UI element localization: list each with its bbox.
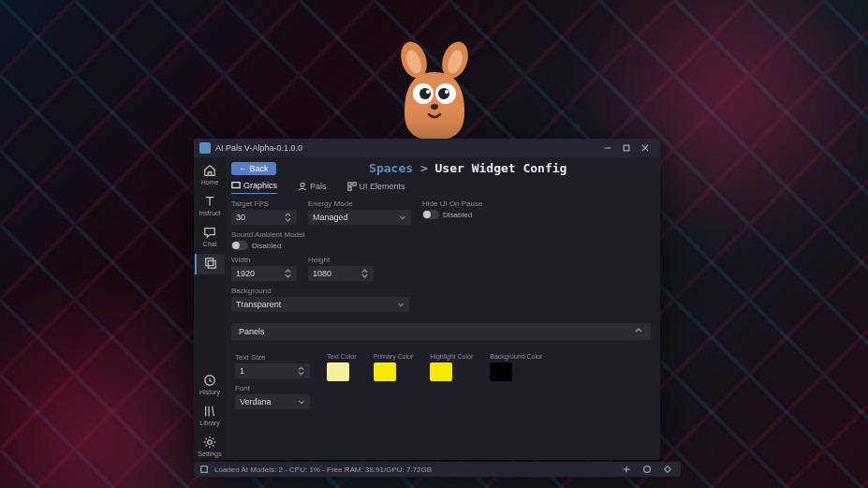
tab-graphics[interactable]: Graphics: [231, 181, 277, 194]
svg-rect-18: [347, 182, 350, 185]
height-input[interactable]: 1080: [308, 266, 374, 281]
status-action-1[interactable]: [619, 464, 634, 475]
hide-ui-label: Hide UI On Pause: [422, 200, 482, 208]
text-icon: [203, 195, 216, 208]
display-icon: [231, 181, 241, 190]
status-action-3[interactable]: [660, 464, 675, 475]
svg-point-8: [426, 90, 430, 94]
svg-point-6: [419, 88, 431, 99]
home-icon: [203, 164, 216, 177]
library-icon: [203, 405, 216, 418]
text-size-input[interactable]: 1: [235, 363, 310, 378]
status-text: Loaded AI Models: 2 - CPU: 1% - Free RAM…: [214, 466, 432, 474]
svg-rect-20: [347, 186, 350, 189]
titlebar: AI Pals V-Alpha-0.1.0.0: [194, 139, 660, 157]
primary-color-label: Primary Color: [374, 353, 414, 360]
pals-icon: [298, 182, 307, 191]
sidebar-item-instruct[interactable]: Instruct: [195, 192, 225, 219]
breadcrumb-current: User Widget Config: [435, 161, 567, 175]
main-panel: ← Back Spaces > User Widget Config Graph…: [226, 157, 660, 460]
background-color-swatch[interactable]: [490, 362, 512, 381]
sidebar-label: Settings: [198, 451, 221, 457]
svg-rect-13: [208, 260, 215, 268]
statusbar: Loaded AI Models: 2 - CPU: 1% - Free RAM…: [194, 462, 681, 477]
background-color-label: Background Color: [490, 353, 542, 360]
status-action-2[interactable]: [640, 464, 655, 475]
history-icon: [203, 374, 216, 387]
height-label: Height: [308, 256, 374, 264]
tabs: Graphics Pals UI Elements: [231, 181, 651, 194]
mascot-character: [388, 39, 481, 142]
sidebar-item-library[interactable]: Library: [195, 402, 225, 429]
energy-mode-select[interactable]: Managed: [308, 210, 411, 225]
sidebar-item-home[interactable]: Home: [195, 161, 225, 188]
window-title: AI Pals V-Alpha-0.1.0.0: [215, 143, 302, 153]
sidebar-item-settings[interactable]: Settings: [195, 433, 225, 460]
hide-ui-toggle[interactable]: [422, 210, 439, 219]
sidebar-label: History: [199, 389, 220, 395]
svg-rect-21: [201, 466, 208, 473]
svg-rect-11: [624, 145, 629, 151]
svg-point-22: [644, 466, 651, 473]
svg-point-15: [208, 440, 212, 444]
chevron-down-icon: [397, 301, 405, 308]
maximize-button[interactable]: [617, 140, 636, 155]
chevron-down-icon: [399, 214, 406, 221]
svg-point-17: [301, 183, 304, 186]
layers-icon: [204, 257, 217, 270]
panels-accordion-header[interactable]: Panels: [231, 323, 651, 340]
svg-point-9: [445, 90, 449, 94]
text-color-swatch[interactable]: [327, 362, 349, 381]
background-label: Background: [231, 287, 409, 295]
app-icon: [199, 142, 211, 154]
font-select[interactable]: Verdana: [235, 394, 310, 409]
minimize-button[interactable]: [598, 140, 617, 155]
target-fps-label: Target FPS: [231, 200, 297, 208]
tab-pals[interactable]: Pals: [298, 181, 327, 194]
close-button[interactable]: [636, 140, 655, 155]
svg-rect-12: [206, 259, 213, 266]
sidebar-label: Library: [199, 420, 219, 426]
background-select[interactable]: Transparent: [231, 297, 409, 312]
app-window: AI Pals V-Alpha-0.1.0.0 Home Instruct Ch…: [194, 139, 660, 460]
width-label: Width: [231, 256, 297, 264]
sidebar-label: Chat: [203, 241, 217, 247]
highlight-color-swatch[interactable]: [430, 362, 452, 381]
text-size-label: Text Size: [235, 353, 310, 362]
ui-icon: [347, 182, 357, 191]
chevron-up-icon: [634, 326, 643, 337]
highlight-color-label: Highlight Color: [430, 353, 473, 360]
font-label: Font: [235, 384, 310, 392]
primary-color-swatch[interactable]: [374, 362, 396, 381]
energy-mode-label: Energy Mode: [308, 200, 411, 208]
gear-icon: [203, 436, 216, 449]
target-fps-input[interactable]: 30: [231, 210, 297, 225]
svg-rect-19: [352, 182, 355, 185]
tab-ui-elements[interactable]: UI Elements: [347, 181, 405, 194]
chat-icon: [203, 226, 216, 239]
sidebar-label: Instruct: [199, 210, 221, 216]
sidebar-item-history[interactable]: History: [195, 371, 225, 398]
back-button[interactable]: ← Back: [231, 162, 276, 175]
sidebar: Home Instruct Chat History Library: [194, 157, 226, 460]
breadcrumb: Spaces > User Widget Config: [286, 161, 651, 175]
sidebar-item-chat[interactable]: Chat: [195, 223, 225, 250]
width-input[interactable]: 1920: [231, 266, 297, 281]
svg-point-10: [431, 104, 438, 110]
chip-icon: [199, 465, 209, 474]
breadcrumb-link[interactable]: Spaces: [369, 161, 413, 175]
sidebar-label: Home: [201, 179, 219, 185]
sound-ambient-label: Sound Ambient Model: [231, 230, 304, 239]
chevron-down-icon: [298, 398, 305, 406]
sound-ambient-toggle[interactable]: [231, 241, 248, 250]
text-color-label: Text Color: [327, 353, 357, 360]
sidebar-item-spaces[interactable]: [195, 254, 225, 274]
svg-rect-16: [232, 183, 240, 188]
svg-point-7: [438, 88, 449, 99]
